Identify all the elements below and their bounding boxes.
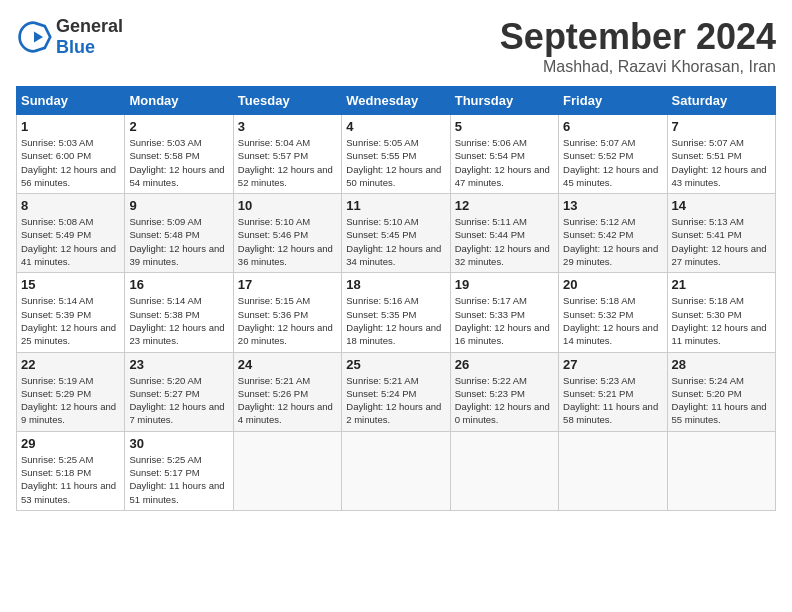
day-cell: 7Sunrise: 5:07 AMSunset: 5:51 PMDaylight… [667,115,775,194]
page-header: General Blue September 2024 Mashhad, Raz… [16,16,776,76]
day-cell: 3Sunrise: 5:04 AMSunset: 5:57 PMDaylight… [233,115,341,194]
logo-blue: Blue [56,37,95,57]
day-info: Sunrise: 5:07 AMSunset: 5:52 PMDaylight:… [563,136,662,189]
day-info: Sunrise: 5:20 AMSunset: 5:27 PMDaylight:… [129,374,228,427]
day-info: Sunrise: 5:16 AMSunset: 5:35 PMDaylight:… [346,294,445,347]
weekday-header-sunday: Sunday [17,87,125,115]
day-cell: 28Sunrise: 5:24 AMSunset: 5:20 PMDayligh… [667,352,775,431]
day-number: 6 [563,119,662,134]
day-info: Sunrise: 5:05 AMSunset: 5:55 PMDaylight:… [346,136,445,189]
day-number: 15 [21,277,120,292]
day-number: 22 [21,357,120,372]
day-cell: 20Sunrise: 5:18 AMSunset: 5:32 PMDayligh… [559,273,667,352]
day-number: 19 [455,277,554,292]
weekday-header-friday: Friday [559,87,667,115]
weekday-header-monday: Monday [125,87,233,115]
day-cell: 29Sunrise: 5:25 AMSunset: 5:18 PMDayligh… [17,431,125,510]
calendar-title: September 2024 [500,16,776,58]
day-cell: 6Sunrise: 5:07 AMSunset: 5:52 PMDaylight… [559,115,667,194]
day-info: Sunrise: 5:24 AMSunset: 5:20 PMDaylight:… [672,374,771,427]
day-info: Sunrise: 5:10 AMSunset: 5:46 PMDaylight:… [238,215,337,268]
day-cell: 14Sunrise: 5:13 AMSunset: 5:41 PMDayligh… [667,194,775,273]
day-cell: 11Sunrise: 5:10 AMSunset: 5:45 PMDayligh… [342,194,450,273]
day-cell: 17Sunrise: 5:15 AMSunset: 5:36 PMDayligh… [233,273,341,352]
weekday-header-wednesday: Wednesday [342,87,450,115]
day-number: 7 [672,119,771,134]
day-info: Sunrise: 5:13 AMSunset: 5:41 PMDaylight:… [672,215,771,268]
day-info: Sunrise: 5:03 AMSunset: 5:58 PMDaylight:… [129,136,228,189]
day-info: Sunrise: 5:04 AMSunset: 5:57 PMDaylight:… [238,136,337,189]
week-row-1: 1Sunrise: 5:03 AMSunset: 6:00 PMDaylight… [17,115,776,194]
day-number: 20 [563,277,662,292]
day-info: Sunrise: 5:06 AMSunset: 5:54 PMDaylight:… [455,136,554,189]
week-row-2: 8Sunrise: 5:08 AMSunset: 5:49 PMDaylight… [17,194,776,273]
week-row-4: 22Sunrise: 5:19 AMSunset: 5:29 PMDayligh… [17,352,776,431]
day-cell: 4Sunrise: 5:05 AMSunset: 5:55 PMDaylight… [342,115,450,194]
day-info: Sunrise: 5:14 AMSunset: 5:38 PMDaylight:… [129,294,228,347]
day-cell: 1Sunrise: 5:03 AMSunset: 6:00 PMDaylight… [17,115,125,194]
day-info: Sunrise: 5:25 AMSunset: 5:17 PMDaylight:… [129,453,228,506]
day-number: 17 [238,277,337,292]
weekday-header-tuesday: Tuesday [233,87,341,115]
calendar-table: SundayMondayTuesdayWednesdayThursdayFrid… [16,86,776,511]
day-info: Sunrise: 5:15 AMSunset: 5:36 PMDaylight:… [238,294,337,347]
day-number: 28 [672,357,771,372]
day-info: Sunrise: 5:08 AMSunset: 5:49 PMDaylight:… [21,215,120,268]
day-info: Sunrise: 5:17 AMSunset: 5:33 PMDaylight:… [455,294,554,347]
day-number: 12 [455,198,554,213]
day-number: 25 [346,357,445,372]
day-cell: 21Sunrise: 5:18 AMSunset: 5:30 PMDayligh… [667,273,775,352]
day-cell: 19Sunrise: 5:17 AMSunset: 5:33 PMDayligh… [450,273,558,352]
day-info: Sunrise: 5:19 AMSunset: 5:29 PMDaylight:… [21,374,120,427]
day-number: 2 [129,119,228,134]
logo-icon [16,19,52,55]
day-cell: 9Sunrise: 5:09 AMSunset: 5:48 PMDaylight… [125,194,233,273]
day-number: 21 [672,277,771,292]
day-cell: 5Sunrise: 5:06 AMSunset: 5:54 PMDaylight… [450,115,558,194]
day-cell: 16Sunrise: 5:14 AMSunset: 5:38 PMDayligh… [125,273,233,352]
day-cell [450,431,558,510]
day-cell: 22Sunrise: 5:19 AMSunset: 5:29 PMDayligh… [17,352,125,431]
day-info: Sunrise: 5:18 AMSunset: 5:30 PMDaylight:… [672,294,771,347]
day-info: Sunrise: 5:03 AMSunset: 6:00 PMDaylight:… [21,136,120,189]
weekday-header-row: SundayMondayTuesdayWednesdayThursdayFrid… [17,87,776,115]
day-cell: 18Sunrise: 5:16 AMSunset: 5:35 PMDayligh… [342,273,450,352]
day-number: 10 [238,198,337,213]
day-number: 5 [455,119,554,134]
day-cell: 27Sunrise: 5:23 AMSunset: 5:21 PMDayligh… [559,352,667,431]
day-info: Sunrise: 5:07 AMSunset: 5:51 PMDaylight:… [672,136,771,189]
day-cell [342,431,450,510]
day-number: 1 [21,119,120,134]
day-info: Sunrise: 5:21 AMSunset: 5:24 PMDaylight:… [346,374,445,427]
day-cell: 23Sunrise: 5:20 AMSunset: 5:27 PMDayligh… [125,352,233,431]
day-number: 24 [238,357,337,372]
day-cell: 25Sunrise: 5:21 AMSunset: 5:24 PMDayligh… [342,352,450,431]
day-number: 23 [129,357,228,372]
day-number: 18 [346,277,445,292]
title-area: September 2024 Mashhad, Razavi Khorasan,… [500,16,776,76]
week-row-3: 15Sunrise: 5:14 AMSunset: 5:39 PMDayligh… [17,273,776,352]
day-cell [667,431,775,510]
day-info: Sunrise: 5:10 AMSunset: 5:45 PMDaylight:… [346,215,445,268]
day-cell: 24Sunrise: 5:21 AMSunset: 5:26 PMDayligh… [233,352,341,431]
day-number: 11 [346,198,445,213]
logo-text: General Blue [56,16,123,58]
week-row-5: 29Sunrise: 5:25 AMSunset: 5:18 PMDayligh… [17,431,776,510]
day-info: Sunrise: 5:09 AMSunset: 5:48 PMDaylight:… [129,215,228,268]
day-cell [233,431,341,510]
day-number: 29 [21,436,120,451]
weekday-header-saturday: Saturday [667,87,775,115]
day-number: 9 [129,198,228,213]
day-cell: 2Sunrise: 5:03 AMSunset: 5:58 PMDaylight… [125,115,233,194]
day-cell: 15Sunrise: 5:14 AMSunset: 5:39 PMDayligh… [17,273,125,352]
logo-general: General [56,16,123,36]
day-number: 8 [21,198,120,213]
day-info: Sunrise: 5:22 AMSunset: 5:23 PMDaylight:… [455,374,554,427]
day-cell: 12Sunrise: 5:11 AMSunset: 5:44 PMDayligh… [450,194,558,273]
day-info: Sunrise: 5:18 AMSunset: 5:32 PMDaylight:… [563,294,662,347]
day-cell: 8Sunrise: 5:08 AMSunset: 5:49 PMDaylight… [17,194,125,273]
weekday-header-thursday: Thursday [450,87,558,115]
day-cell: 13Sunrise: 5:12 AMSunset: 5:42 PMDayligh… [559,194,667,273]
day-cell: 30Sunrise: 5:25 AMSunset: 5:17 PMDayligh… [125,431,233,510]
day-info: Sunrise: 5:11 AMSunset: 5:44 PMDaylight:… [455,215,554,268]
